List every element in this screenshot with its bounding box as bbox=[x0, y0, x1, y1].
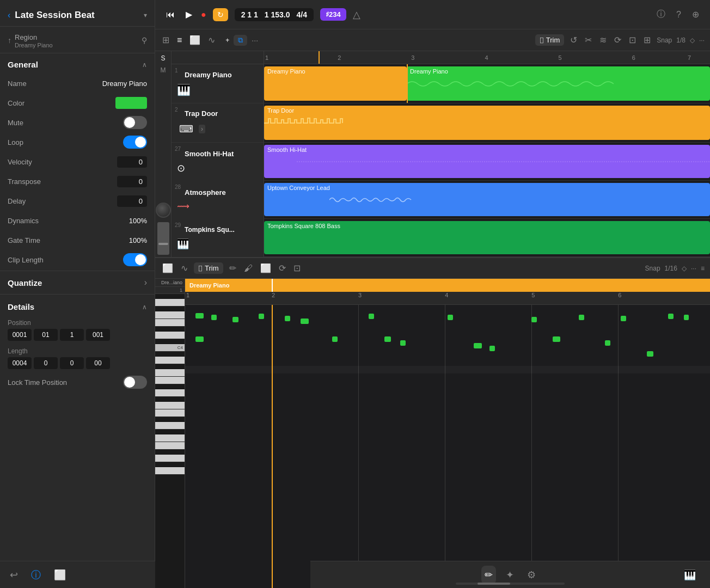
play-button[interactable]: ▶ bbox=[183, 7, 194, 22]
pin-icon[interactable]: ⚲ bbox=[142, 36, 147, 45]
dynamics-value[interactable]: 100% bbox=[129, 217, 147, 225]
list-item[interactable] bbox=[474, 343, 481, 348]
project-dropdown-icon[interactable]: ▾ bbox=[144, 11, 147, 19]
clip-atmosphere[interactable]: Uptown Conveyor Lead bbox=[264, 183, 710, 216]
m-button[interactable]: M bbox=[160, 65, 167, 75]
piano-key[interactable] bbox=[155, 417, 185, 422]
trim-button[interactable]: ⌷ Trim bbox=[535, 34, 565, 46]
clip-tompkins[interactable]: Tompkins Square 808 Bass bbox=[264, 221, 710, 254]
length-field-4[interactable]: 00 bbox=[86, 357, 110, 369]
gate-time-value[interactable]: 100% bbox=[129, 236, 147, 244]
pr-curve-button[interactable]: ∿ bbox=[179, 261, 189, 275]
grid-view-button[interactable]: ⊞ bbox=[161, 33, 171, 47]
piano-key[interactable] bbox=[155, 434, 185, 442]
piano-key[interactable] bbox=[155, 294, 185, 299]
piano-key[interactable] bbox=[155, 364, 185, 369]
piano-key[interactable] bbox=[155, 377, 185, 384]
arrange-more-button[interactable]: ··· bbox=[252, 36, 258, 45]
copy-button[interactable]: ⊡ bbox=[627, 33, 638, 47]
clip-length-toggle[interactable] bbox=[123, 253, 147, 266]
pr-trim-button[interactable]: ⌷ Trim bbox=[194, 262, 223, 274]
waveform-button[interactable]: ≋ bbox=[598, 33, 608, 47]
list-item[interactable] bbox=[684, 315, 689, 320]
automation-button[interactable]: ✦ bbox=[503, 566, 517, 584]
metronome-button[interactable]: △ bbox=[353, 9, 360, 21]
clip-dreamy-piano-green[interactable]: Dreamy Piano bbox=[407, 66, 710, 101]
piano-key[interactable] bbox=[155, 369, 185, 377]
length-field-2[interactable]: 0 bbox=[34, 357, 58, 369]
add-button[interactable]: ⊕ bbox=[690, 7, 701, 22]
piano-key[interactable] bbox=[155, 409, 185, 417]
quantize-row[interactable]: Quantize › bbox=[0, 272, 155, 293]
position-field-3[interactable]: 1 bbox=[60, 329, 84, 341]
list-item[interactable] bbox=[605, 340, 610, 346]
piano-key[interactable] bbox=[155, 332, 185, 339]
pr-more-button[interactable]: ··· bbox=[691, 265, 696, 272]
list-item[interactable] bbox=[332, 336, 338, 342]
piano-key[interactable] bbox=[155, 455, 185, 462]
piano-key[interactable] bbox=[155, 430, 185, 434]
piano-key[interactable] bbox=[155, 327, 185, 332]
mixer-button[interactable]: ⚙ bbox=[524, 566, 539, 584]
piano-key[interactable] bbox=[155, 389, 185, 397]
list-item[interactable] bbox=[448, 315, 453, 320]
delay-field[interactable] bbox=[117, 195, 147, 207]
pr-copy-button[interactable]: ⊡ bbox=[292, 261, 302, 275]
s-button[interactable]: S bbox=[160, 53, 166, 63]
piano-key[interactable] bbox=[155, 442, 185, 450]
list-item[interactable] bbox=[621, 316, 626, 321]
list-item[interactable] bbox=[369, 314, 374, 319]
list-item[interactable] bbox=[211, 315, 217, 320]
position-field-4[interactable]: 001 bbox=[86, 329, 110, 341]
clip-smooth-hihat[interactable]: Smooth Hi-Hat bbox=[264, 145, 710, 178]
pr-pencil-button[interactable]: ✏ bbox=[228, 261, 238, 275]
add-track-button[interactable]: + bbox=[225, 36, 229, 44]
list-item[interactable] bbox=[647, 351, 653, 357]
velocity-field[interactable] bbox=[117, 156, 147, 168]
piano-key[interactable] bbox=[155, 357, 185, 364]
clip-dreamy-piano-yellow[interactable]: Dreamy Piano bbox=[264, 66, 407, 101]
piano-key[interactable] bbox=[155, 352, 185, 357]
clip-trap-door[interactable]: Trap Door bbox=[264, 106, 710, 140]
list-item[interactable] bbox=[489, 346, 495, 351]
piano-key[interactable] bbox=[155, 467, 185, 475]
list-item[interactable] bbox=[259, 314, 264, 319]
list-item[interactable] bbox=[553, 336, 560, 342]
piano-key[interactable] bbox=[155, 299, 185, 307]
position-value[interactable]: 2 1 1 bbox=[241, 10, 258, 19]
color-swatch[interactable] bbox=[115, 97, 147, 109]
list-item[interactable] bbox=[195, 336, 203, 342]
bottom-tab-history[interactable]: ↩ bbox=[8, 567, 20, 583]
piano-key[interactable] bbox=[155, 339, 185, 344]
pr-box-button[interactable]: ⬜ bbox=[161, 261, 175, 275]
snap-value[interactable]: 1/8 bbox=[676, 36, 685, 44]
loop-toggle[interactable] bbox=[123, 136, 147, 149]
list-item[interactable] bbox=[232, 317, 239, 322]
list-item[interactable] bbox=[579, 315, 584, 320]
piano-key[interactable] bbox=[155, 422, 185, 430]
transpose-field[interactable] bbox=[117, 176, 147, 187]
scissors-button[interactable]: ✂ bbox=[583, 33, 593, 47]
arrange-more2-button[interactable]: ··· bbox=[699, 36, 705, 44]
general-section-header[interactable]: General ∧ bbox=[0, 53, 155, 74]
piano-button[interactable]: 🎹 bbox=[681, 566, 699, 584]
length-field-1[interactable]: 0004 bbox=[8, 357, 32, 369]
horizontal-scrollbar[interactable] bbox=[456, 583, 565, 585]
pr-lines-button[interactable]: ≡ bbox=[701, 265, 705, 272]
expand-button-2[interactable]: › bbox=[199, 125, 205, 133]
piano-key[interactable] bbox=[155, 397, 185, 402]
undo-button[interactable]: ↺ bbox=[568, 33, 579, 47]
list-item[interactable] bbox=[195, 313, 203, 318]
record-button[interactable]: ● bbox=[201, 10, 206, 20]
position-field-1[interactable]: 0001 bbox=[8, 329, 32, 341]
list-item[interactable] bbox=[668, 314, 674, 319]
position-field-2[interactable]: 01 bbox=[34, 329, 58, 341]
list-item[interactable] bbox=[531, 317, 537, 322]
piano-key[interactable] bbox=[155, 319, 185, 327]
list-view-button[interactable]: ≡ bbox=[175, 34, 183, 47]
pencil-mode-button[interactable]: ✏ bbox=[481, 566, 496, 584]
paste-button[interactable]: ⊞ bbox=[642, 33, 652, 47]
piano-key[interactable] bbox=[155, 307, 185, 311]
key-display[interactable]: ♯234 bbox=[320, 8, 346, 21]
list-item[interactable] bbox=[285, 316, 290, 321]
